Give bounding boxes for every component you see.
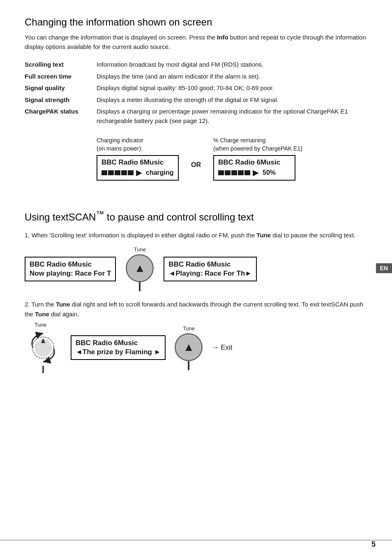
exit-tune-label: Tune: [183, 325, 195, 332]
bar3: [115, 170, 120, 175]
dial-stem-step1: [139, 282, 141, 291]
step1-after-line1: BBC Radio 6Music: [168, 260, 252, 269]
bar5: [128, 170, 134, 175]
radio-display-step2: BBC Radio 6Music ◄The prize by Flaming ►: [71, 335, 166, 360]
step2-display-line1: BBC Radio 6Music: [76, 339, 161, 347]
bar-indicator-charging: [101, 170, 134, 175]
step1-before-line2: Now playing: Race For T: [30, 269, 111, 278]
desc-scrolling-text: Information broadcast by most digital an…: [97, 59, 367, 71]
or-separator: OR: [191, 161, 201, 169]
bar5p: [244, 170, 250, 175]
bar2p: [225, 170, 231, 175]
scroll-tune-label: Tune: [35, 322, 46, 328]
table-row: Signal quality Displays digital signal q…: [25, 82, 367, 94]
step2-tune2-bold: Tune: [35, 311, 49, 318]
page: Changing the information shown on screen…: [0, 0, 392, 557]
playing-arrow-right: ►: [245, 269, 252, 277]
radio-display-percentage: BBC Radio 6Music ▶ 50%: [213, 155, 295, 181]
bar-indicator-percentage: [218, 170, 250, 175]
exit-dial-circle: ▲: [175, 333, 203, 361]
step1-after-line2: ◄Playing: Race For Th►: [168, 269, 252, 278]
section1-title: Changing the information shown on screen: [25, 16, 367, 28]
chargepak-diagrams: Charging indicator (on mains power). BBC…: [97, 137, 367, 181]
scroll-arrows-svg: [25, 329, 62, 366]
step2-display-line2: ◄The prize by Flaming ►: [76, 348, 161, 356]
bar2: [108, 170, 114, 175]
section-textscan: Using textSCAN™ to pause and control scr…: [25, 209, 367, 370]
desc-full-screen-time: Displays the time (and an alarm indicato…: [97, 71, 367, 83]
playing-text: ◄Playing: Race For Th: [168, 269, 245, 277]
radio-display-step1-after: BBC Radio 6Music ◄Playing: Race For Th►: [164, 257, 257, 281]
trademark-symbol: ™: [96, 209, 104, 218]
bar4: [121, 170, 127, 175]
section-gap: [25, 181, 367, 205]
bar1: [101, 170, 107, 175]
tune-dial-step1: Tune ▲: [126, 246, 154, 291]
diagram-charging: Charging indicator (on mains power). BBC…: [97, 137, 179, 181]
term-full-screen-time: Full screen time: [25, 71, 97, 83]
scroll-dial-stem: [42, 366, 44, 373]
step1-diagram-row: BBC Radio 6Music Now playing: Race For T…: [25, 246, 367, 291]
exit-dial-stem: [188, 361, 189, 370]
term-scrolling-text: Scrolling text: [25, 59, 97, 71]
dial-circle-step1: ▲: [126, 254, 154, 282]
diagram-percentage: % Charge remaining (when powered by Char…: [213, 137, 302, 181]
radio-display-step1-before: BBC Radio 6Music Now playing: Race For T: [25, 257, 116, 281]
exit-dial-texture: ▲: [176, 335, 201, 360]
station-name-charging: BBC Radio 6Music: [101, 158, 174, 167]
exit-dial-arrow: ▲: [183, 341, 195, 353]
section-changing-info: Changing the information shown on screen…: [25, 16, 367, 181]
page-number: 5: [371, 540, 376, 549]
status-row-percentage: ▶ 50%: [218, 168, 291, 177]
percentage-arrow: ▶: [253, 168, 258, 177]
bar1p: [218, 170, 224, 175]
table-row: Full screen time Displays the time (and …: [25, 71, 367, 83]
step1-before-line1: BBC Radio 6Music: [30, 260, 111, 269]
charging-arrow: ▶: [136, 168, 142, 177]
term-signal-quality: Signal quality: [25, 82, 97, 94]
step2-tune-bold: Tune: [56, 301, 70, 308]
station-name-percentage: BBC Radio 6Music: [218, 158, 291, 167]
section1-intro: You can change the information that is d…: [25, 33, 367, 51]
info-bold: Info: [217, 34, 228, 41]
scroll-dial-container: Tune: [25, 329, 62, 366]
desc-chargepak-status: Displays a charging or percentage power …: [97, 106, 367, 127]
term-signal-strength: Signal strength: [25, 94, 97, 106]
exit-label: → Exit: [212, 343, 232, 352]
diagram-charging-label: Charging indicator (on mains power).: [97, 137, 143, 153]
table-row: Signal strength Displays a meter illustr…: [25, 94, 367, 106]
dial-arrow-up-step1: ▲: [134, 262, 146, 274]
charging-status: charging: [146, 169, 174, 176]
bar3p: [231, 170, 237, 175]
step2-diagram-row: Tune: [25, 325, 367, 370]
percentage-status: 50%: [263, 169, 276, 176]
bottom-divider: [0, 540, 392, 541]
status-row-charging: ▶ charging: [101, 168, 174, 177]
term-chargepak-status: ChargePAK status: [25, 106, 97, 127]
desc-signal-strength: Displays a meter illustrating the streng…: [97, 94, 367, 106]
desc-signal-quality: Displays digital signal quality: 85-100 …: [97, 82, 367, 94]
step1-text: 1. When 'Scrolling text' information is …: [25, 230, 367, 240]
table-row: ChargePAK status Displays a charging or …: [25, 106, 367, 127]
step1-tune-bold: Tune: [256, 232, 271, 239]
tune-label-step1: Tune: [134, 246, 146, 253]
dial-texture-step1: ▲: [127, 256, 152, 281]
section2-title: Using textSCAN™ to pause and control scr…: [25, 209, 367, 223]
info-options-table: Scrolling text Information broadcast by …: [25, 59, 367, 127]
step2-text: 2. Turn the Tune dial right and left to …: [25, 299, 367, 319]
radio-display-charging: BBC Radio 6Music ▶ charging: [97, 155, 179, 181]
diagram-percentage-label: % Charge remaining (when powered by Char…: [213, 137, 302, 153]
exit-dial-container: Tune ▲: [175, 325, 203, 370]
en-badge: EN: [376, 263, 392, 273]
table-row: Scrolling text Information broadcast by …: [25, 59, 367, 71]
bar4p: [238, 170, 244, 175]
